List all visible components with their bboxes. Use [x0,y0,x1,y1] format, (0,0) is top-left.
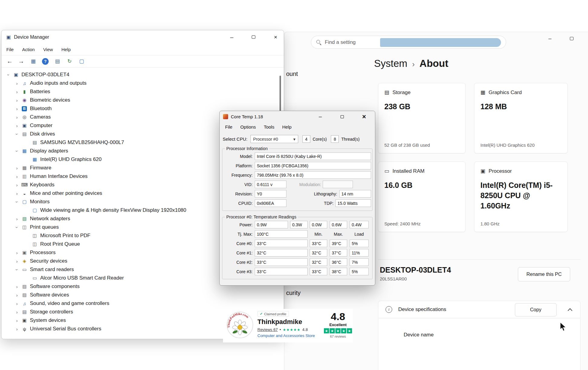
close-button[interactable]: × [269,30,283,44]
chevron-collapsed-icon[interactable]: › [13,250,21,255]
close-button[interactable]: × [586,33,588,44]
tree-item-label: Monitors [30,199,50,205]
temp-core-rows: Core #0:33°C33°C39°C5%Core #1:32°C32°C37… [222,240,372,275]
group-title: Processor #0: Temperature Readings [225,214,298,219]
chevron-collapsed-icon[interactable]: › [13,216,21,221]
help-icon[interactable]: ? [42,58,49,65]
rename-pc-button[interactable]: Rename this PC [518,267,570,281]
platform-field: Socket 1356 (FCBGA1356) [255,162,371,169]
cpu-select[interactable]: Processor #0 ▾ [250,135,298,143]
minimize-button[interactable]: – [225,30,239,44]
usb-icon: ψ [21,326,28,332]
maximize-button[interactable] [565,33,579,44]
chevron-collapsed-icon[interactable]: › [13,182,21,188]
scan-hardware-icon[interactable]: ↻ [65,57,74,65]
menu-help[interactable]: Help [57,47,75,52]
card-detail: Intel(R) UHD Graphics 620 [480,142,535,148]
tree-item-label: DESKTOP-03DLET4 [21,72,69,78]
chevron-collapsed-icon[interactable]: › [13,318,21,323]
chevron-collapsed-icon[interactable]: › [13,115,21,120]
tree-item[interactable]: ›◉Biometric devices [2,96,277,104]
device-specifications-panel: Device name [378,319,580,370]
frequency-label: Frequency: [222,173,253,178]
chevron-expanded-icon[interactable]: › [15,266,20,273]
tree-item[interactable]: ›▮Batteries [2,87,277,96]
chevron-expanded-icon[interactable]: › [15,147,20,155]
tree-item-label: Keyboards [30,182,54,188]
menu-file[interactable]: File [2,47,18,52]
chevron-collapsed-icon[interactable]: › [13,326,21,332]
minimize-button[interactable]: – [543,33,557,44]
chevron-collapsed-icon[interactable]: › [13,174,21,179]
tree-item-label: Processors [30,250,56,256]
store-info: ✓ Claimed profile Thinkpadmike Reviews 6… [257,311,323,341]
chevron-expanded-icon[interactable]: › [6,71,11,79]
menu-options[interactable]: Options [236,124,260,129]
back-arrow-icon[interactable]: ← [6,58,14,65]
chevron-collapsed-icon[interactable]: › [13,301,21,306]
search-input[interactable]: Find a setting [311,36,506,49]
remote-desktop-icon[interactable]: ▢ [77,57,86,65]
tree-item-label: Computer [30,123,53,129]
group-title: Processor Information [225,146,269,151]
store-category-link[interactable]: Computer and Accessories Store [257,333,323,338]
tree-item-label: Disk drives [30,131,55,137]
chevron-collapsed-icon[interactable]: › [13,293,21,298]
camera-icon: ◎ [21,114,28,120]
chevron-collapsed-icon[interactable]: › [13,81,21,86]
menu-action[interactable]: Action [18,47,39,52]
occluded-security-label-fragment: curity [286,290,301,296]
reviews-link[interactable]: Reviews 67 [257,327,278,332]
cpuid-field: 0x806EA [255,199,286,207]
temperature-readings-group: Processor #0: Temperature Readings Power… [222,214,373,279]
breadcrumb-separator-icon: › [412,59,415,69]
tree-item[interactable]: ›▨Software devices [2,291,277,299]
chevron-expanded-icon[interactable]: › [15,223,20,231]
tree-item[interactable]: ›♫Sound, video and game controllers [2,299,277,308]
device-manager-app-icon: ▣ [6,34,11,40]
maximize-button[interactable] [336,111,348,122]
device-specifications-expander[interactable]: i Device specifications Copy [378,301,580,318]
maximize-button[interactable] [247,30,260,44]
chevron-collapsed-icon[interactable]: › [13,98,21,103]
tree-item-label: Biometric devices [30,97,70,103]
copy-button[interactable]: Copy [515,303,557,316]
close-button[interactable]: × [358,111,370,122]
core-load-field: 5% [350,268,369,275]
menu-help[interactable]: Help [278,124,296,129]
chevron-collapsed-icon[interactable]: › [13,259,21,264]
chevron-expanded-icon[interactable]: › [15,130,20,138]
chevron-collapsed-icon[interactable]: › [13,106,21,111]
core-current-field: 32°C [255,249,308,257]
chevron-collapsed-icon[interactable]: › [13,309,21,315]
chevron-collapsed-icon[interactable]: › [13,191,21,196]
menu-file[interactable]: File [221,124,236,129]
lithography-field: 14 nm [339,190,371,198]
chevron-collapsed-icon[interactable]: › [13,284,21,289]
menu-view[interactable]: View [39,47,57,52]
star-icon: ★ [283,328,286,332]
minimize-button[interactable]: – [314,111,326,122]
thread-count-field: 8 [331,135,339,143]
core-label: Core #1: [222,250,253,255]
tree-item[interactable]: ›▣DESKTOP-03DLET4 [2,70,277,79]
core-temp-row: Core #0:33°C33°C39°C5% [222,240,372,247]
forward-arrow-icon[interactable]: → [17,58,25,65]
revision-label: Revision: [222,192,253,196]
console-tree-icon[interactable]: ▦ [29,57,38,65]
breadcrumb-system[interactable]: System [374,58,407,69]
chevron-expanded-icon[interactable]: › [15,198,20,206]
security-icon: ◈ [21,258,28,264]
chevron-collapsed-icon[interactable]: › [13,89,21,94]
power-max-field: 0.6W [330,221,347,228]
max-column-header: Max. [330,232,347,237]
trustpilot-score-block: 4.8 Excellent ★★★★★ 67 reviews [324,311,352,341]
tree-item[interactable]: ›♫Audio inputs and outputs [2,79,277,87]
chevron-up-icon[interactable] [568,308,573,313]
chevron-collapsed-icon[interactable]: › [13,165,21,171]
core-max-field: 38°C [330,268,347,275]
menu-tools[interactable]: Tools [260,124,278,129]
chevron-collapsed-icon[interactable]: › [13,123,21,128]
coretemp-window: Core Temp 1.18 – × File Options Tools He… [219,111,375,286]
properties-icon[interactable]: ▤ [53,57,62,65]
